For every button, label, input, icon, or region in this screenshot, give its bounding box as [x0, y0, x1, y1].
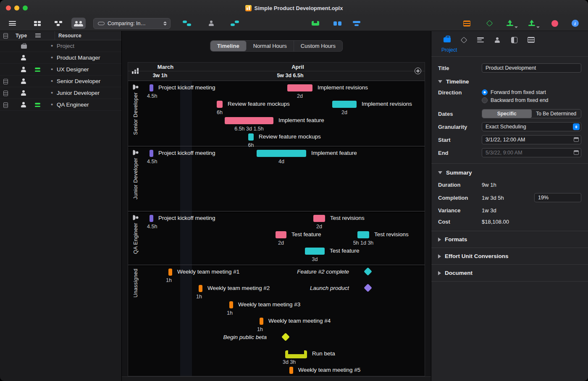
- chevron-down-icon: [536, 26, 540, 28]
- view-tab-timeline[interactable]: Timeline: [210, 41, 247, 51]
- resource-row-product-manager[interactable]: •Product Manager: [0, 52, 121, 64]
- contrast-icon: [511, 37, 517, 43]
- calendar-icon[interactable]: [574, 137, 579, 142]
- tab-custom-data[interactable]: [525, 35, 536, 44]
- summary-label: Duration: [438, 182, 482, 188]
- task-duration: 3d: [290, 256, 340, 263]
- task-duration: 6h: [194, 109, 245, 116]
- task-label: Weekly team meeting #2: [207, 284, 270, 292]
- milestone-diamond[interactable]: [364, 284, 372, 292]
- resources-view-button[interactable]: [71, 18, 86, 29]
- title-input[interactable]: [482, 63, 581, 73]
- task-bar[interactable]: [332, 101, 357, 108]
- section-effort-unit-conversions[interactable]: Effort Unit Conversions: [431, 248, 588, 265]
- milestone-diamond[interactable]: [364, 267, 372, 276]
- show-table-button[interactable]: [459, 18, 474, 29]
- disclosure-triangle-icon: [438, 271, 441, 275]
- task-bar[interactable]: [168, 269, 172, 276]
- task-bar[interactable]: [150, 84, 153, 91]
- task-bar[interactable]: [257, 150, 306, 157]
- catch-up-button[interactable]: [548, 18, 562, 29]
- summary-value: 9w 1h: [482, 182, 581, 188]
- task-bar[interactable]: [260, 318, 263, 325]
- assign-resource-button[interactable]: [204, 18, 218, 29]
- summary-section-header[interactable]: Summary: [431, 164, 588, 177]
- zoom-icon[interactable]: [415, 68, 421, 74]
- start-date-input[interactable]: [482, 135, 581, 144]
- end-date-input[interactable]: [482, 148, 581, 157]
- view-tab-normal-hours[interactable]: Normal Hours: [247, 41, 294, 51]
- sidebar-toggle-button[interactable]: [5, 18, 19, 29]
- level-resources-button[interactable]: [349, 18, 364, 29]
- task-bar[interactable]: [150, 215, 153, 222]
- type-column-header[interactable]: Type: [16, 33, 27, 39]
- resource-row-qa-engineer[interactable]: •QA Engineer: [0, 99, 121, 111]
- task-bar[interactable]: [229, 301, 233, 308]
- dates-tbd-segment[interactable]: To Be Determined: [532, 110, 581, 118]
- timeline-section-header[interactable]: Timeline: [431, 73, 588, 86]
- section-formats[interactable]: Formats: [431, 231, 588, 248]
- disconnect-tasks-button[interactable]: [228, 18, 242, 29]
- gantt-chart: March April 3w 1h 5w 3d 6.5h Senior Deve…: [128, 62, 425, 376]
- task-bar[interactable]: [199, 285, 202, 292]
- direction-forward-option[interactable]: Forward from fixed start: [482, 89, 581, 95]
- summary-label: Cost: [438, 219, 482, 225]
- task-bar[interactable]: [276, 231, 286, 238]
- hammock-task-button[interactable]: [308, 18, 323, 29]
- direction-backward-option[interactable]: Backward from fixed end: [482, 97, 581, 103]
- column-divider[interactable]: [55, 31, 55, 40]
- task-label: Run beta: [312, 350, 335, 358]
- task-bar[interactable]: [287, 84, 312, 91]
- connect-tasks-button[interactable]: [180, 18, 194, 29]
- split-task-button[interactable]: [330, 18, 344, 29]
- view-tab-custom-hours[interactable]: Custom Hours: [294, 41, 342, 51]
- task-label: Test revisions: [330, 214, 365, 222]
- resource-row-senior-developer[interactable]: •Senior Developer: [0, 76, 121, 87]
- task-label: Review feature mockups: [259, 133, 321, 141]
- hammock-task-bar[interactable]: [285, 350, 307, 358]
- dates-specific-segment[interactable]: Specific: [482, 110, 532, 118]
- tab-resource-info[interactable]: [492, 35, 503, 44]
- task-label: Project kickoff meeting: [158, 214, 215, 222]
- comparing-dropdown[interactable]: Comparing: In…: [93, 18, 171, 29]
- milestone-diamond[interactable]: [281, 333, 290, 341]
- chevron-down-icon: [514, 26, 518, 28]
- section-document[interactable]: Document: [431, 265, 588, 282]
- network-view-button[interactable]: [51, 18, 66, 29]
- gantt-row-label: Junior Developer: [128, 146, 143, 211]
- task-bar[interactable]: [150, 150, 153, 157]
- resource-column-header[interactable]: Resource: [58, 33, 81, 39]
- violations-button[interactable]: [482, 18, 496, 29]
- resource-row-junior-developer[interactable]: •Junior Developer: [0, 87, 121, 99]
- inspector-toggle-button[interactable]: i: [568, 18, 582, 29]
- resource-row-ux-designer[interactable]: •UX Designer: [0, 64, 121, 76]
- task-bar[interactable]: [248, 133, 254, 141]
- task-bar[interactable]: [305, 248, 325, 255]
- task-bar[interactable]: [357, 231, 369, 238]
- briefcase-icon: [444, 37, 451, 42]
- tab-task-info[interactable]: [475, 35, 486, 44]
- task-label: Project kickoff meeting: [158, 84, 215, 92]
- granularity-select[interactable]: Exact Scheduling: [482, 122, 581, 131]
- tab-styles[interactable]: [509, 35, 520, 44]
- gantt-row-plot: Project kickoff meeting4.5hTest revision…: [143, 211, 425, 265]
- gantt-row-plot: Weekly team meeting #11hFeature #2 compl…: [143, 265, 425, 376]
- outline-view-button[interactable]: [30, 18, 45, 29]
- task-bar[interactable]: [289, 367, 293, 374]
- title-label: Title: [438, 65, 482, 71]
- tab-project[interactable]: [441, 35, 452, 44]
- task-bar[interactable]: [217, 101, 223, 108]
- task-bar[interactable]: [225, 117, 273, 124]
- sync-button[interactable]: [527, 18, 541, 29]
- task-bar[interactable]: [313, 215, 325, 222]
- publish-button[interactable]: [505, 18, 519, 29]
- gantt-row-label: QA Engineer: [128, 211, 143, 265]
- tab-milestones[interactable]: [458, 35, 469, 44]
- resource-row-project[interactable]: •Project: [0, 40, 121, 52]
- gantt-row-senior-developer: Senior DeveloperProject kickoff meeting4…: [128, 81, 425, 146]
- horizontal-scrollbar[interactable]: [122, 376, 431, 381]
- calendar-icon[interactable]: [574, 150, 579, 155]
- completion-percent-input[interactable]: [534, 193, 581, 202]
- window-title: Simple Product Development.oplx: [255, 5, 343, 11]
- granularity-label: Granularity: [438, 124, 482, 130]
